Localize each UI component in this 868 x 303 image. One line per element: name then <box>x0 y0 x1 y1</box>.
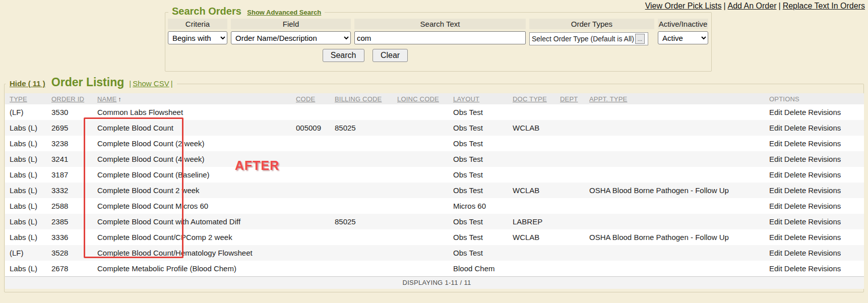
edit-link[interactable]: Edit <box>769 170 782 179</box>
paging-status: DISPLAYING 1-11 / 11 <box>5 276 864 289</box>
search-button[interactable]: Search <box>323 49 364 62</box>
clear-button[interactable]: Clear <box>373 49 408 62</box>
revisions-link[interactable]: Revisions <box>808 155 841 163</box>
search-text-input[interactable] <box>354 31 526 44</box>
edit-link[interactable]: Edit <box>769 139 782 148</box>
edit-link[interactable]: Edit <box>769 249 782 257</box>
search-form: Criteria Field Search Text Order Types A… <box>168 19 708 45</box>
type-cell: Labs (L) <box>5 136 47 151</box>
edit-link[interactable]: Edit <box>769 108 782 116</box>
revisions-link[interactable]: Revisions <box>808 124 841 132</box>
edit-link[interactable]: Edit <box>769 155 782 163</box>
layout-cell: Obs Test <box>449 245 508 261</box>
edit-link[interactable]: Edit <box>769 202 782 210</box>
type-cell: Labs (L) <box>5 198 47 214</box>
show-csv-link[interactable]: Show CSV <box>131 79 171 88</box>
delete-link[interactable]: Delete <box>784 139 806 148</box>
delete-link[interactable]: Delete <box>784 217 806 226</box>
order-type-picker-value: Select Order Type (Default is All) <box>532 35 634 43</box>
revisions-link[interactable]: Revisions <box>808 249 841 257</box>
code-cell <box>291 136 330 151</box>
delete-link[interactable]: Delete <box>784 249 806 257</box>
dept-cell <box>555 120 585 136</box>
revisions-link[interactable]: Revisions <box>808 170 841 179</box>
code-cell <box>291 167 330 183</box>
order-types-header: Order Types <box>529 19 654 29</box>
revisions-link[interactable]: Revisions <box>808 139 841 148</box>
layout-cell: Obs Test <box>449 120 508 136</box>
order-name-cell: Complete Blood Count/Hematology Flowshee… <box>93 245 291 261</box>
code-cell <box>291 245 330 261</box>
order-type-picker[interactable]: Select Order Type (Default is All) ... <box>529 32 648 45</box>
options-cell: EditDeleteRevisions <box>765 214 864 229</box>
col-header-type[interactable]: TYPE <box>5 93 47 104</box>
delete-link[interactable]: Delete <box>784 108 806 116</box>
appt-type-cell <box>585 136 765 151</box>
type-cell: (LF) <box>5 245 47 261</box>
revisions-link[interactable]: Revisions <box>808 108 841 116</box>
delete-link[interactable]: Delete <box>784 155 806 163</box>
options-cell: EditDeleteRevisions <box>765 183 864 198</box>
delete-link[interactable]: Delete <box>784 170 806 179</box>
billing-code-cell <box>330 136 393 151</box>
edit-link[interactable]: Edit <box>769 124 782 132</box>
delete-link[interactable]: Delete <box>784 186 806 195</box>
view-order-pick-lists-link[interactable]: View Order Pick Lists <box>645 2 722 10</box>
doc-type-cell <box>508 198 555 214</box>
edit-link[interactable]: Edit <box>769 186 782 195</box>
order-id-cell: 2588 <box>47 198 93 214</box>
search-orders-legend: Search Orders Show Advanced Search <box>168 6 325 17</box>
revisions-link[interactable]: Revisions <box>808 233 841 241</box>
field-header: Field <box>231 19 351 29</box>
doc-type-cell: WCLAB <box>508 120 555 136</box>
appt-type-cell: OSHA Blood Borne Pathogen - Follow Up <box>585 183 765 198</box>
col-header-dept[interactable]: DEPT <box>555 93 585 104</box>
col-header-loinc-code[interactable]: LOINC CODE <box>393 93 449 104</box>
col-header-code[interactable]: CODE <box>291 93 330 104</box>
field-select[interactable]: Order Name/Description <box>231 31 351 44</box>
edit-link[interactable]: Edit <box>769 217 782 226</box>
hide-listing-link[interactable]: Hide ( 11 ) <box>10 79 45 88</box>
revisions-link[interactable]: Revisions <box>808 202 841 210</box>
order-listing-legend: Hide ( 11 ) Order Listing |Show CSV| <box>6 76 177 89</box>
revisions-link[interactable]: Revisions <box>808 217 841 226</box>
add-an-order-link[interactable]: Add An Order <box>728 2 777 10</box>
appt-type-cell <box>585 198 765 214</box>
layout-cell: Obs Test <box>449 104 508 120</box>
orders-header-row: TYPE ORDER ID NAME↑ CODE BILLING CODE LO… <box>5 93 864 104</box>
order-row: Labs (L) 3336 Complete Blood Count/CPCom… <box>5 229 864 245</box>
delete-link[interactable]: Delete <box>784 264 806 273</box>
order-row: Labs (L) 2678 Complete Metabolic Profile… <box>5 261 864 276</box>
options-cell: EditDeleteRevisions <box>765 151 864 167</box>
replace-text-in-orders-link[interactable]: Replace Text In Orders <box>783 2 865 10</box>
order-row: (LF) 3530 Common Labs Flowsheet Obs Test… <box>5 104 864 120</box>
order-type-ellipsis-button[interactable]: ... <box>635 34 645 44</box>
billing-code-cell: 85025 <box>330 120 393 136</box>
code-cell <box>291 229 330 245</box>
edit-link[interactable]: Edit <box>769 233 782 241</box>
type-cell: Labs (L) <box>5 120 47 136</box>
col-header-doc-type[interactable]: DOC TYPE <box>508 93 555 104</box>
orders-table-body: (LF) 3530 Common Labs Flowsheet Obs Test… <box>5 104 864 276</box>
criteria-select[interactable]: Begins with <box>168 31 227 44</box>
delete-link[interactable]: Delete <box>784 233 806 241</box>
dept-cell <box>555 245 585 261</box>
revisions-link[interactable]: Revisions <box>808 186 841 195</box>
revisions-link[interactable]: Revisions <box>808 264 841 273</box>
active-inactive-select[interactable]: Active <box>658 31 708 44</box>
type-cell: Labs (L) <box>5 214 47 229</box>
type-cell: Labs (L) <box>5 183 47 198</box>
col-header-name[interactable]: NAME↑ <box>93 93 291 104</box>
order-id-cell: 2678 <box>47 261 93 276</box>
col-header-order-id[interactable]: ORDER ID <box>47 93 93 104</box>
show-advanced-search-link[interactable]: Show Advanced Search <box>247 9 321 16</box>
code-cell <box>291 214 330 229</box>
edit-link[interactable]: Edit <box>769 264 782 273</box>
col-header-layout[interactable]: LAYOUT <box>449 93 508 104</box>
search-buttons-row: Search Clear <box>165 49 565 62</box>
col-header-appt-type[interactable]: APPT. TYPE <box>585 93 765 104</box>
delete-link[interactable]: Delete <box>784 202 806 210</box>
appt-type-cell <box>585 151 765 167</box>
col-header-billing-code[interactable]: BILLING CODE <box>330 93 393 104</box>
delete-link[interactable]: Delete <box>784 124 806 132</box>
